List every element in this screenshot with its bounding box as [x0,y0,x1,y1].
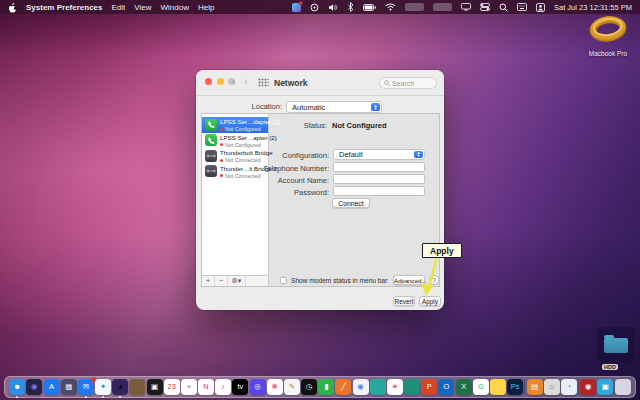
red-badge [299,1,303,5]
fast-user-switch-icon[interactable] [536,2,545,12]
dock-photos-icon[interactable]: ❋ [267,379,283,395]
dock-chrome-icon[interactable]: ◉ [353,379,369,395]
bluetooth-icon[interactable] [347,2,354,12]
dock-siri-icon[interactable]: ◉ [26,379,42,395]
traffic-lights [205,78,235,85]
hdd-label: HDD [602,364,618,370]
glyph: ≡ [187,379,191,395]
dock-teal-app-icon[interactable] [370,379,386,395]
redacted-menubar-item [405,3,424,11]
close-button[interactable] [205,78,212,85]
apple-menu-icon[interactable] [8,2,17,12]
dock-powerpoint-icon[interactable]: P [421,379,437,395]
dock-slack-icon[interactable]: ✳ [387,379,403,395]
running-indicator [85,396,87,398]
dock-outlook-icon[interactable]: O [438,379,454,395]
search-placeholder: Search [392,80,414,87]
dock-safari-icon[interactable]: ✦ [95,379,111,395]
back-button[interactable]: ‹ [232,76,235,88]
search-field[interactable]: Search [379,77,437,89]
dock-home-icon[interactable]: ⌂ [544,379,560,395]
battery-icon[interactable] [363,2,376,12]
dock-stocks-icon[interactable]: ▮ [318,379,334,395]
dock-camera-blue-icon[interactable]: ▣ [597,379,613,395]
password-field[interactable] [333,186,425,196]
dock-tv-plus-icon[interactable]: tv [232,379,248,395]
forward-button[interactable]: › [244,76,247,88]
dock-music-icon[interactable]: ♪ [215,379,231,395]
location-value: Automatic [292,103,325,112]
glyph: ◉ [585,379,592,395]
connect-button[interactable]: Connect [332,198,370,208]
add-service-button[interactable]: + [202,276,215,286]
status-value: Not Configured [332,121,387,130]
desktop-icon-macbook-pro[interactable]: Macbook Pro [584,14,632,57]
glyph: ✉ [83,379,89,395]
menu-view[interactable]: View [134,3,151,12]
dock-photoshop-icon[interactable]: Ps [507,379,523,395]
glyph: ▣ [602,379,609,395]
account-name-field[interactable] [333,174,425,184]
glyph: Ps [511,379,520,395]
dock-globe-app-icon[interactable] [404,379,420,395]
glyph: ◕ [118,379,123,395]
configuration-value: Default [339,150,363,159]
dock-keynote-icon[interactable] [490,379,506,395]
glyph: ☻ [13,379,21,395]
spotlight-icon[interactable] [499,2,508,12]
keyboard-icon[interactable] [517,2,527,12]
dock-clock-icon[interactable]: ◷ [301,379,317,395]
glyph: ◷ [306,379,313,395]
minimize-button[interactable] [217,78,224,85]
glyph: ❋ [272,379,278,395]
folder-icon [604,338,628,353]
dock-tv-icon[interactable]: ▣ [147,379,163,395]
dock-camera-red-icon[interactable]: ◉ [580,379,596,395]
location-dropdown[interactable]: Automatic ▲▼ [286,101,382,113]
telephone-number-field[interactable] [333,162,425,172]
desktop-icon-hdd[interactable] [597,327,635,363]
menubar-clock[interactable]: Sat Jul 23 12:31:55 PM [554,3,632,12]
menubar-app-name[interactable]: System Preferences [26,3,103,12]
dock-app-store-icon[interactable]: A [44,379,60,395]
show-modem-status-checkbox[interactable] [280,277,287,284]
dock-textedit-icon[interactable]: ✎ [284,379,300,395]
dock-firefox-icon[interactable]: ◕ [112,379,128,395]
service-actions-menu-button[interactable]: ⚙▾ [228,276,246,286]
dropdown-stepper-icon: ▲▼ [414,151,423,158]
dock-photo-booth-icon[interactable] [129,379,145,395]
dock-pencil-app-icon[interactable]: ╱ [335,379,351,395]
display-icon[interactable] [461,2,471,12]
dock-compass-icon[interactable]: ◔ [561,379,577,395]
remove-service-button[interactable]: − [215,276,228,286]
dock-news-icon[interactable]: N [198,379,214,395]
dock-excel-icon[interactable]: X [456,379,472,395]
menu-window[interactable]: Window [161,3,189,12]
menu-help[interactable]: Help [198,3,214,12]
dock-books-icon[interactable]: ▤ [527,379,543,395]
window-titlebar[interactable]: ‹ › Network Search [196,70,444,96]
configuration-dropdown[interactable]: Default ▲▼ [333,149,425,160]
glyph: N [203,379,208,395]
running-indicator [102,396,104,398]
dock-calendar-icon[interactable]: 23 [164,379,180,395]
show-all-icon[interactable] [258,78,269,89]
volume-icon[interactable] [328,2,338,12]
record-circle-icon[interactable] [310,2,319,12]
wifi-icon[interactable] [385,2,396,12]
menu-edit[interactable]: Edit [112,3,126,12]
glyph: ⌂ [549,379,554,395]
dock-reminders-icon[interactable]: ≡ [181,379,197,395]
telephone-number-label: Telephone Number: [236,164,329,173]
desktop-icon-label: Macbook Pro [584,50,632,57]
control-center-icon[interactable] [480,2,490,12]
dock-finder-icon[interactable]: ☻ [9,379,25,395]
dock-mail-icon[interactable]: ✉ [78,379,94,395]
notification-app-icon[interactable] [292,3,301,12]
service-row-lpss-2[interactable]: LPSS Ser…apter (2) Not Configured [202,133,268,149]
dock-launchpad-icon[interactable]: ▦ [61,379,77,395]
service-name: LPSS Ser…apter (2) [220,134,277,141]
dock-podcasts-icon[interactable]: ◎ [250,379,266,395]
dock-trash-icon[interactable] [615,379,631,395]
dock-grammarly-icon[interactable]: G [473,379,489,395]
